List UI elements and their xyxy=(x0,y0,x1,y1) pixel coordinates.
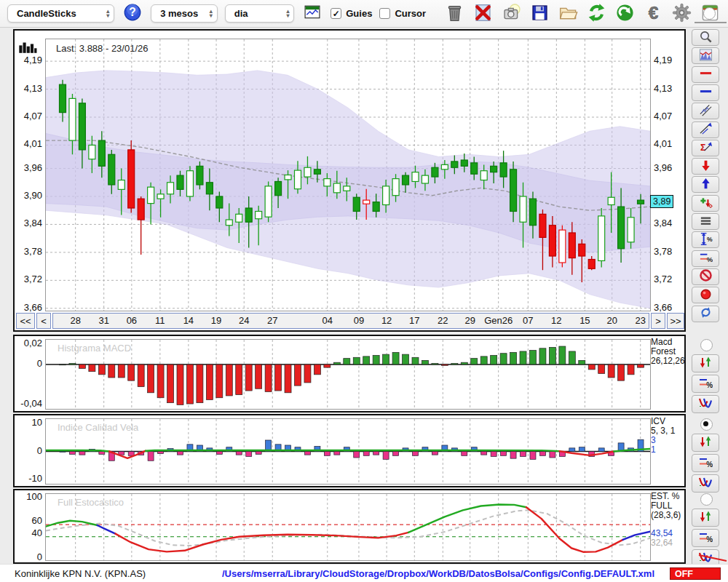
icv-panel: 100-10 Indice Calidad Vela ICV5, 3, 131 xyxy=(13,414,686,487)
icv-bar xyxy=(177,452,183,455)
axis-label: -0,04 xyxy=(15,398,42,409)
date-tick-label: 04 xyxy=(323,315,333,326)
nav-next-button[interactable]: > xyxy=(651,313,665,329)
refresh-green-icon xyxy=(587,3,606,25)
tool-hline-red-button[interactable] xyxy=(692,66,719,83)
curves-icon xyxy=(698,475,713,492)
tool-vmeasure-percent-button[interactable]: % xyxy=(692,231,719,248)
price-label: 3,66 xyxy=(654,302,686,313)
axis-label: 0,02 xyxy=(15,338,42,348)
icv-bar xyxy=(334,452,340,455)
price-label: 3,78 xyxy=(15,246,42,257)
config-path-link[interactable]: /Users/mserra/Library/CloudStorage/Dropb… xyxy=(222,568,654,579)
icv-curves-button[interactable] xyxy=(692,474,719,493)
tool-channel-button[interactable] xyxy=(692,103,719,119)
macd-lines-percent-button[interactable]: % xyxy=(692,375,719,393)
tool-zoom-button[interactable] xyxy=(692,29,719,46)
icv-params: ICV5, 3, 131 xyxy=(651,417,686,455)
axis-label: 40 xyxy=(15,527,42,538)
icv-bar xyxy=(501,452,507,456)
macd-curves-button[interactable] xyxy=(692,395,719,413)
candle xyxy=(138,196,144,255)
sync-green-button[interactable] xyxy=(614,3,636,25)
price-label: 3,84 xyxy=(654,218,686,228)
date-tick-label: Gen26 xyxy=(484,315,513,326)
camera-button[interactable] xyxy=(500,3,522,25)
tool-indicator-panel-button[interactable] xyxy=(692,47,719,64)
tool-levels-button[interactable] xyxy=(692,213,719,230)
stoch-svg xyxy=(46,494,650,560)
off-toggle[interactable]: OFF xyxy=(670,567,721,580)
forbidden-icon xyxy=(699,268,713,284)
gear-icon xyxy=(672,3,692,25)
macd-bar xyxy=(236,364,242,395)
macd-bar xyxy=(461,362,467,364)
tool-sigma-trend-button[interactable]: Σ xyxy=(692,140,719,156)
euro-button[interactable]: € xyxy=(642,3,664,25)
stoch-panel-radio[interactable] xyxy=(700,493,713,506)
chart-type-select[interactable]: CandleSticks ▴▾ xyxy=(7,4,114,23)
svg-text:€: € xyxy=(648,3,658,23)
param-line: 26,12,26 xyxy=(651,356,686,366)
icv-lines-percent-button[interactable]: % xyxy=(692,454,719,472)
period-value: 3 mesos xyxy=(160,8,198,19)
tool-arrow-down-red-button[interactable] xyxy=(692,158,719,175)
symbol-label: Koninklijke KPN N.V. (KPN.AS) xyxy=(15,568,146,579)
macd-arrows-red-green-button[interactable] xyxy=(692,354,719,372)
tool-hline-blue-button[interactable] xyxy=(692,84,719,101)
icv-arrows-red-green-button[interactable] xyxy=(692,434,719,452)
macd-panel-radio[interactable] xyxy=(700,339,713,351)
tool-add-remove-signal-button[interactable] xyxy=(692,195,719,212)
arrows-red-green-icon xyxy=(698,355,713,372)
arrows-red-green-icon xyxy=(698,434,713,451)
macd-bar xyxy=(598,364,605,373)
trash-button[interactable] xyxy=(443,3,465,25)
icv-bar xyxy=(363,452,369,456)
stoch-plot[interactable]: Full Estocastico xyxy=(45,493,651,561)
tool-lines-percent-button[interactable]: % xyxy=(692,250,719,267)
macd-params: MacdForest26,12,26 xyxy=(651,338,686,366)
macd-bar xyxy=(392,352,399,364)
nav-prev-button[interactable]: < xyxy=(36,313,51,329)
mini-chart-button[interactable] xyxy=(301,3,323,25)
svg-text:%: % xyxy=(706,236,712,243)
macd-bar xyxy=(422,360,428,364)
macd-bar xyxy=(451,364,458,364)
svg-text:%: % xyxy=(706,381,713,389)
gear-button[interactable] xyxy=(670,3,692,25)
tool-record-button[interactable] xyxy=(692,287,719,303)
main-plot[interactable]: Last: 3.888 - 23/01/26 xyxy=(45,39,651,311)
tool-arrow-up-blue-button[interactable] xyxy=(692,176,719,193)
stoch-lines-percent-button[interactable]: % xyxy=(692,529,719,547)
toolbar-radio[interactable] xyxy=(703,7,716,20)
date-tick-label: 28 xyxy=(70,315,80,326)
axis-label: 0 xyxy=(15,445,42,456)
macd-plot[interactable]: Histgrama MACD xyxy=(45,339,651,410)
cursor-checkbox[interactable]: Cursor xyxy=(379,8,426,19)
guies-checkbox[interactable]: Guies xyxy=(331,8,372,19)
save-button[interactable] xyxy=(529,3,550,25)
period-select[interactable]: 3 mesos ▴▾ xyxy=(151,4,218,23)
macd-bar xyxy=(520,351,526,364)
tool-trendline-button[interactable] xyxy=(692,121,719,138)
date-strip[interactable]: 2831061114192427040912172229Gen260712152… xyxy=(52,313,649,329)
nav-far-prev-button[interactable]: << xyxy=(16,313,35,329)
help-button[interactable]: ? xyxy=(122,3,143,25)
macd-bar xyxy=(618,364,625,380)
icv-bar xyxy=(236,452,242,455)
nav-far-next-button[interactable]: >> xyxy=(667,313,684,329)
stoch-arrows-red-green-button[interactable] xyxy=(692,509,719,527)
date-tick-label: 15 xyxy=(579,315,590,326)
icv-plot[interactable]: Indice Calidad Vela xyxy=(45,418,651,485)
icv-panel-radio[interactable] xyxy=(700,418,713,431)
delete-x-button[interactable] xyxy=(472,3,494,25)
tool-forbidden-button[interactable] xyxy=(692,268,719,285)
guies-label: Guies xyxy=(346,8,372,19)
icv-bar xyxy=(216,452,222,455)
tool-refresh-pair-button[interactable] xyxy=(692,306,719,322)
icv-bar xyxy=(569,448,575,452)
interval-select[interactable]: dia ▴▾ xyxy=(225,4,295,23)
macd-bar xyxy=(480,356,487,364)
refresh-green-button[interactable] xyxy=(585,3,607,25)
open-folder-button[interactable] xyxy=(557,3,579,25)
